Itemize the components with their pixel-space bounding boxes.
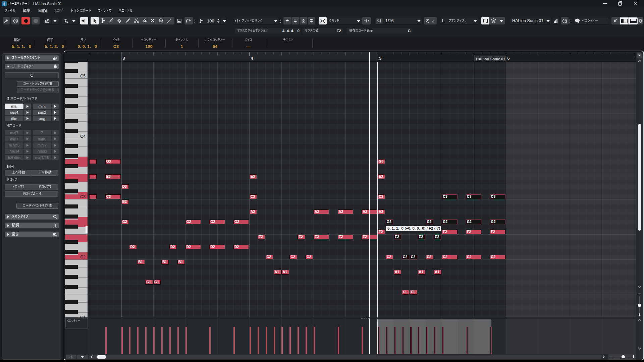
svg-text:S: S — [14, 19, 16, 23]
svg-text:e: e — [432, 18, 434, 23]
